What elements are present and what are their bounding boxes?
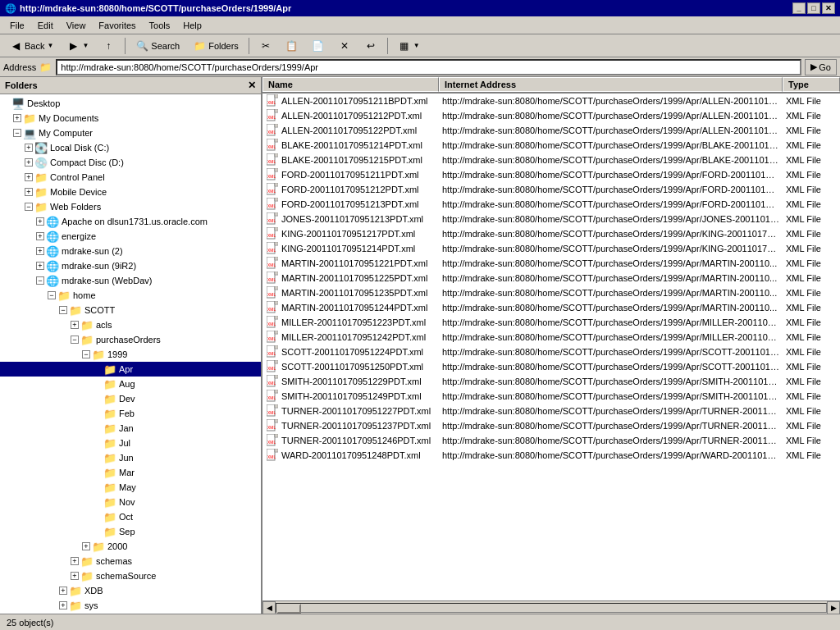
tree-expand-mdrake-sun-webdav[interactable]: −	[36, 276, 44, 285]
file-list[interactable]: XMLALLEN-200110170951211BPDT.xmlhttp://m…	[262, 94, 840, 600]
file-row[interactable]: XMLMARTIN-200110170951225PDT.xmlhttp://m…	[262, 271, 840, 285]
menu-view[interactable]: View	[60, 19, 93, 32]
address-input[interactable]	[56, 59, 801, 75]
tree-item-y2000[interactable]: +📁2000	[0, 539, 261, 554]
tree-expand-xdb[interactable]: +	[59, 587, 67, 595]
tree-item-dev[interactable]: 📁Dev	[0, 391, 261, 406]
tree-item-control-panel[interactable]: +📁Control Panel	[0, 170, 261, 185]
tree-expand-sys[interactable]: +	[59, 601, 67, 609]
tree-item-sys[interactable]: +📁sys	[0, 598, 261, 613]
tree-item-1999[interactable]: −📁1999	[0, 347, 261, 362]
tree-item-schemasource[interactable]: +📁schemaSource	[0, 568, 261, 583]
tree-expand-compact-d[interactable]: +	[25, 158, 33, 167]
file-row[interactable]: XMLSCOTT-200110170951224PDT.xmlhttp://md…	[262, 345, 840, 359]
file-row[interactable]: XMLFORD-200110170951212PDT.xmlhttp://mdr…	[262, 182, 840, 197]
file-row[interactable]: XMLSMITH-200110170951229PDT.xmlhttp://md…	[262, 374, 840, 389]
tree-item-compact-d[interactable]: +💿Compact Disc (D:)	[0, 155, 261, 170]
horizontal-scrollbar[interactable]: ◀ ▶	[262, 600, 840, 614]
tree-expand-my-docs[interactable]: +	[13, 114, 21, 122]
tree-item-mobile-device[interactable]: +📁Mobile Device	[0, 185, 261, 199]
folders-button[interactable]: 📁 Folders	[187, 37, 244, 55]
file-row[interactable]: XMLTURNER-200110170951237PDT.xmlhttp://m…	[262, 418, 840, 433]
file-row[interactable]: XMLSMITH-200110170951249PDT.xmlhttp://md…	[262, 389, 840, 404]
file-row[interactable]: XMLTURNER-200110170951246PDT.xmlhttp://m…	[262, 433, 840, 448]
tree-item-scott[interactable]: −📁SCOTT	[0, 303, 261, 317]
close-button[interactable]: ✕	[822, 2, 835, 14]
tree-item-home[interactable]: −📁home	[0, 288, 261, 303]
menu-help[interactable]: Help	[176, 19, 208, 32]
tree-item-local-c[interactable]: +💽Local Disk (C:)	[0, 140, 261, 155]
file-row[interactable]: XMLMARTIN-200110170951244PDT.xmlhttp://m…	[262, 300, 840, 315]
maximize-button[interactable]: □	[807, 2, 820, 14]
tree-expand-schemas[interactable]: +	[71, 557, 79, 565]
file-row[interactable]: XMLALLEN-200110170951211BPDT.xmlhttp://m…	[262, 94, 840, 108]
tree-item-mar[interactable]: 📁Mar	[0, 465, 261, 480]
menu-file[interactable]: File	[3, 19, 31, 32]
tree-expand-mdrake-sun-9ir2[interactable]: +	[36, 262, 44, 270]
tree-expand-control-panel[interactable]: +	[25, 173, 33, 181]
col-header-type[interactable]: Type	[783, 77, 840, 92]
tree-item-sep[interactable]: 📁Sep	[0, 524, 261, 539]
back-button[interactable]: ◀ Back ▼	[3, 37, 59, 55]
cut-button[interactable]: ✂	[253, 37, 278, 55]
tree-expand-web-folders[interactable]: −	[25, 203, 33, 211]
tree-expand-local-c[interactable]: +	[25, 144, 33, 152]
menu-favorites[interactable]: Favorites	[92, 19, 142, 32]
tree-item-my-computer[interactable]: −💻My Computer	[0, 126, 261, 140]
file-row[interactable]: XMLMILLER-200110170951242PDT.xmlhttp://m…	[262, 330, 840, 345]
h-scroll-thumb[interactable]	[276, 604, 301, 614]
file-row[interactable]: XMLFORD-200110170951211PDT.xmlhttp://mdr…	[262, 167, 840, 182]
file-row[interactable]: XMLWARD-200110170951248PDT.xmlhttp://mdr…	[262, 448, 840, 463]
tree-item-apache[interactable]: +🌐Apache on dlsun1731.us.oracle.com	[0, 214, 261, 229]
tree-item-purchaseorders[interactable]: −📁purchaseOrders	[0, 332, 261, 347]
file-row[interactable]: XMLFORD-200110170951213PDT.xmlhttp://mdr…	[262, 197, 840, 212]
file-row[interactable]: XMLJONES-200110170951213PDT.xmlhttp://md…	[262, 212, 840, 226]
tree-expand-apache[interactable]: +	[36, 217, 44, 226]
tree-item-jan[interactable]: 📁Jan	[0, 421, 261, 436]
copy-button[interactable]: 📋	[280, 37, 304, 55]
file-row[interactable]: XMLMILLER-200110170951223PDT.xmlhttp://m…	[262, 315, 840, 330]
col-header-name[interactable]: Name	[262, 77, 439, 92]
tree-item-jul[interactable]: 📁Jul	[0, 436, 261, 450]
file-row[interactable]: XMLALLEN-20011017095122PDT.xmlhttp://mdr…	[262, 123, 840, 138]
h-scroll-right-button[interactable]: ▶	[827, 601, 840, 614]
tree-item-schemas[interactable]: +📁schemas	[0, 554, 261, 568]
tree-item-energize[interactable]: +🌐energize	[0, 229, 261, 244]
tree-expand-y2000[interactable]: +	[82, 542, 90, 550]
tree-item-nov[interactable]: 📁Nov	[0, 495, 261, 509]
file-row[interactable]: XMLBLAKE-200110170951215PDT.xmlhttp://md…	[262, 153, 840, 167]
search-button[interactable]: 🔍 Search	[130, 37, 185, 55]
folders-close-button[interactable]: ✕	[248, 80, 256, 91]
tree-expand-1999[interactable]: −	[82, 350, 90, 358]
file-row[interactable]: XMLTURNER-200110170951227PDT.xmlhttp://m…	[262, 404, 840, 418]
paste-button[interactable]: 📄	[306, 37, 331, 55]
tree-item-acls[interactable]: +📁acls	[0, 317, 261, 332]
tree-item-desktop[interactable]: 🖥️Desktop	[0, 96, 261, 111]
file-row[interactable]: XMLMARTIN-200110170951235PDT.xmlhttp://m…	[262, 285, 840, 300]
tree-item-may[interactable]: 📁May	[0, 480, 261, 495]
tree-item-xdb[interactable]: +📁XDB	[0, 583, 261, 598]
tree-expand-acls[interactable]: +	[71, 321, 79, 329]
tree-item-aug[interactable]: 📁Aug	[0, 377, 261, 391]
tree-item-feb[interactable]: 📁Feb	[0, 406, 261, 421]
menu-tools[interactable]: Tools	[143, 19, 177, 32]
delete-button[interactable]: ✕	[332, 37, 357, 55]
tree-expand-scott[interactable]: −	[59, 306, 67, 314]
h-scroll-left-button[interactable]: ◀	[262, 601, 276, 614]
tree-expand-energize[interactable]: +	[36, 232, 44, 240]
tree-item-oct[interactable]: 📁Oct	[0, 509, 261, 524]
up-button[interactable]: ↑	[96, 37, 121, 55]
file-row[interactable]: XMLSCOTT-200110170951250PDT.xmlhttp://md…	[262, 359, 840, 374]
tree-expand-my-computer[interactable]: −	[13, 129, 21, 137]
go-button[interactable]: ▶ Go	[805, 59, 837, 75]
menu-edit[interactable]: Edit	[31, 19, 60, 32]
file-row[interactable]: XMLKING-200110170951217PDT.xmlhttp://mdr…	[262, 226, 840, 241]
tree-item-mdrake-sun-9ir2[interactable]: +🌐mdrake-sun (9iR2)	[0, 258, 261, 273]
file-row[interactable]: XMLALLEN-200110170951212PDT.xmlhttp://md…	[262, 108, 840, 123]
tree-item-jun[interactable]: 📁Jun	[0, 450, 261, 465]
folder-tree[interactable]: 🖥️Desktop+📁My Documents−💻My Computer+💽Lo…	[0, 94, 261, 614]
file-row[interactable]: XMLMARTIN-200110170951221PDT.xmlhttp://m…	[262, 256, 840, 271]
file-row[interactable]: XMLKING-200110170951214PDT.xmlhttp://mdr…	[262, 241, 840, 256]
tree-expand-mobile-device[interactable]: +	[25, 188, 33, 196]
minimize-button[interactable]: _	[792, 2, 806, 14]
